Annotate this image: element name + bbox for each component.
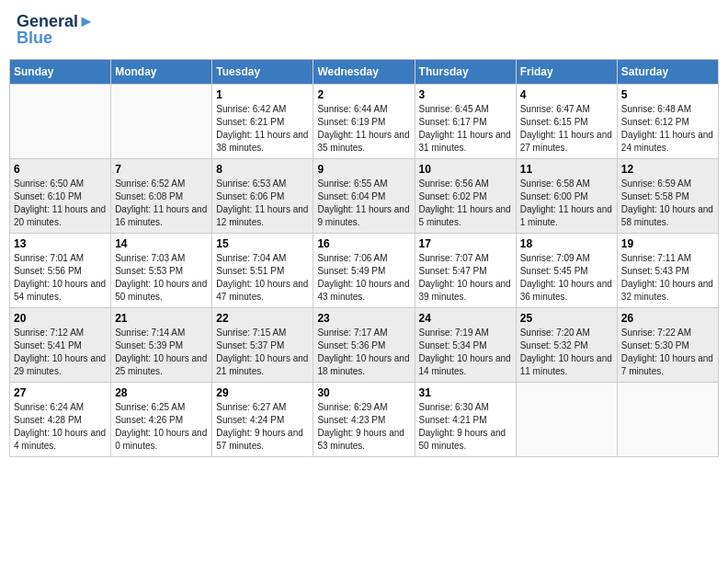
day-number: 18 bbox=[520, 237, 613, 250]
day-info: Sunrise: 7:15 AMSunset: 5:37 PMDaylight:… bbox=[216, 327, 309, 378]
day-number: 28 bbox=[115, 386, 208, 399]
day-info: Sunrise: 6:42 AMSunset: 6:21 PMDaylight:… bbox=[216, 103, 309, 155]
day-info: Sunrise: 6:58 AMSunset: 6:00 PMDaylight:… bbox=[520, 178, 613, 229]
day-info: Sunrise: 7:22 AMSunset: 5:30 PMDaylight:… bbox=[621, 327, 714, 378]
page-header: General► Blue bbox=[9, 9, 719, 52]
calendar-cell bbox=[516, 382, 617, 456]
day-info: Sunrise: 7:20 AMSunset: 5:32 PMDaylight:… bbox=[520, 327, 613, 378]
calendar-cell: 21Sunrise: 7:14 AMSunset: 5:39 PMDayligh… bbox=[111, 307, 212, 382]
calendar-cell: 5Sunrise: 6:48 AMSunset: 6:12 PMDaylight… bbox=[617, 84, 718, 158]
weekday-header-monday: Monday bbox=[111, 59, 212, 84]
day-info: Sunrise: 6:52 AMSunset: 6:08 PMDaylight:… bbox=[115, 178, 208, 229]
weekday-header-saturday: Saturday bbox=[617, 59, 718, 84]
calendar-cell: 4Sunrise: 6:47 AMSunset: 6:15 PMDaylight… bbox=[516, 84, 617, 158]
calendar-cell: 20Sunrise: 7:12 AMSunset: 5:41 PMDayligh… bbox=[10, 307, 111, 382]
day-number: 27 bbox=[14, 386, 107, 399]
weekday-header-tuesday: Tuesday bbox=[212, 59, 313, 84]
calendar-cell bbox=[617, 382, 718, 456]
day-info: Sunrise: 7:06 AMSunset: 5:49 PMDaylight:… bbox=[317, 252, 410, 304]
day-number: 22 bbox=[216, 312, 309, 325]
calendar-cell bbox=[111, 84, 212, 158]
day-info: Sunrise: 6:59 AMSunset: 5:58 PMDaylight:… bbox=[621, 178, 714, 229]
day-info: Sunrise: 6:56 AMSunset: 6:02 PMDaylight:… bbox=[419, 178, 512, 229]
calendar-cell: 27Sunrise: 6:24 AMSunset: 4:28 PMDayligh… bbox=[10, 382, 111, 456]
day-info: Sunrise: 6:45 AMSunset: 6:17 PMDaylight:… bbox=[419, 103, 512, 155]
calendar-cell: 28Sunrise: 6:25 AMSunset: 4:26 PMDayligh… bbox=[111, 382, 212, 456]
day-number: 25 bbox=[520, 312, 613, 325]
calendar-cell: 16Sunrise: 7:06 AMSunset: 5:49 PMDayligh… bbox=[313, 233, 415, 307]
day-info: Sunrise: 6:29 AMSunset: 4:23 PMDaylight:… bbox=[317, 401, 410, 453]
calendar-cell: 19Sunrise: 7:11 AMSunset: 5:43 PMDayligh… bbox=[617, 233, 718, 307]
day-info: Sunrise: 6:55 AMSunset: 6:04 PMDaylight:… bbox=[317, 178, 410, 229]
day-info: Sunrise: 6:24 AMSunset: 4:28 PMDaylight:… bbox=[14, 401, 107, 453]
day-number: 31 bbox=[419, 386, 512, 399]
calendar-cell: 3Sunrise: 6:45 AMSunset: 6:17 PMDaylight… bbox=[415, 84, 516, 158]
day-number: 29 bbox=[216, 386, 309, 399]
calendar-cell: 29Sunrise: 6:27 AMSunset: 4:24 PMDayligh… bbox=[212, 382, 313, 456]
weekday-header-wednesday: Wednesday bbox=[313, 59, 415, 84]
day-number: 6 bbox=[14, 163, 107, 176]
day-number: 17 bbox=[419, 237, 512, 250]
day-info: Sunrise: 7:07 AMSunset: 5:47 PMDaylight:… bbox=[419, 252, 512, 304]
calendar-cell: 26Sunrise: 7:22 AMSunset: 5:30 PMDayligh… bbox=[617, 307, 718, 382]
calendar-cell: 6Sunrise: 6:50 AMSunset: 6:10 PMDaylight… bbox=[10, 158, 111, 233]
calendar-cell: 18Sunrise: 7:09 AMSunset: 5:45 PMDayligh… bbox=[516, 233, 617, 307]
day-number: 24 bbox=[419, 312, 512, 325]
calendar-cell: 1Sunrise: 6:42 AMSunset: 6:21 PMDaylight… bbox=[212, 84, 313, 158]
day-number: 14 bbox=[115, 237, 208, 250]
day-number: 1 bbox=[216, 88, 309, 101]
calendar-cell: 22Sunrise: 7:15 AMSunset: 5:37 PMDayligh… bbox=[212, 307, 313, 382]
day-info: Sunrise: 6:53 AMSunset: 6:06 PMDaylight:… bbox=[216, 178, 309, 229]
day-info: Sunrise: 6:47 AMSunset: 6:15 PMDaylight:… bbox=[520, 103, 613, 155]
calendar-cell: 8Sunrise: 6:53 AMSunset: 6:06 PMDaylight… bbox=[212, 158, 313, 233]
day-number: 23 bbox=[317, 312, 410, 325]
day-info: Sunrise: 7:04 AMSunset: 5:51 PMDaylight:… bbox=[216, 252, 309, 304]
day-number: 20 bbox=[14, 312, 107, 325]
calendar-cell: 9Sunrise: 6:55 AMSunset: 6:04 PMDaylight… bbox=[313, 158, 415, 233]
weekday-header-thursday: Thursday bbox=[415, 59, 516, 84]
day-info: Sunrise: 7:01 AMSunset: 5:56 PMDaylight:… bbox=[14, 252, 107, 304]
day-info: Sunrise: 6:48 AMSunset: 6:12 PMDaylight:… bbox=[621, 103, 714, 155]
day-number: 13 bbox=[14, 237, 107, 250]
calendar-cell: 7Sunrise: 6:52 AMSunset: 6:08 PMDaylight… bbox=[111, 158, 212, 233]
day-info: Sunrise: 7:11 AMSunset: 5:43 PMDaylight:… bbox=[621, 252, 714, 304]
calendar-cell: 10Sunrise: 6:56 AMSunset: 6:02 PMDayligh… bbox=[415, 158, 516, 233]
day-info: Sunrise: 6:30 AMSunset: 4:21 PMDaylight:… bbox=[419, 401, 512, 453]
day-number: 9 bbox=[317, 163, 410, 176]
day-number: 10 bbox=[419, 163, 512, 176]
day-number: 15 bbox=[216, 237, 309, 250]
day-number: 7 bbox=[115, 163, 208, 176]
calendar-cell: 24Sunrise: 7:19 AMSunset: 5:34 PMDayligh… bbox=[415, 307, 516, 382]
weekday-header-friday: Friday bbox=[516, 59, 617, 84]
calendar-cell: 13Sunrise: 7:01 AMSunset: 5:56 PMDayligh… bbox=[10, 233, 111, 307]
calendar-cell: 2Sunrise: 6:44 AMSunset: 6:19 PMDaylight… bbox=[313, 84, 415, 158]
calendar-cell: 14Sunrise: 7:03 AMSunset: 5:53 PMDayligh… bbox=[111, 233, 212, 307]
day-number: 26 bbox=[621, 312, 714, 325]
calendar-cell: 25Sunrise: 7:20 AMSunset: 5:32 PMDayligh… bbox=[516, 307, 617, 382]
day-number: 30 bbox=[317, 386, 410, 399]
day-info: Sunrise: 7:17 AMSunset: 5:36 PMDaylight:… bbox=[317, 327, 410, 378]
calendar-cell: 23Sunrise: 7:17 AMSunset: 5:36 PMDayligh… bbox=[313, 307, 415, 382]
calendar-cell: 17Sunrise: 7:07 AMSunset: 5:47 PMDayligh… bbox=[415, 233, 516, 307]
calendar-cell: 30Sunrise: 6:29 AMSunset: 4:23 PMDayligh… bbox=[313, 382, 415, 456]
day-info: Sunrise: 7:12 AMSunset: 5:41 PMDaylight:… bbox=[14, 327, 107, 378]
day-info: Sunrise: 6:27 AMSunset: 4:24 PMDaylight:… bbox=[216, 401, 309, 453]
day-info: Sunrise: 7:14 AMSunset: 5:39 PMDaylight:… bbox=[115, 327, 208, 378]
calendar-cell bbox=[10, 84, 111, 158]
day-number: 11 bbox=[520, 163, 613, 176]
calendar-cell: 31Sunrise: 6:30 AMSunset: 4:21 PMDayligh… bbox=[415, 382, 516, 456]
calendar-table: SundayMondayTuesdayWednesdayThursdayFrid… bbox=[9, 59, 719, 457]
logo-line2: Blue bbox=[17, 29, 95, 48]
weekday-header-sunday: Sunday bbox=[10, 59, 111, 84]
day-number: 21 bbox=[115, 312, 208, 325]
calendar-cell: 12Sunrise: 6:59 AMSunset: 5:58 PMDayligh… bbox=[617, 158, 718, 233]
day-info: Sunrise: 7:19 AMSunset: 5:34 PMDaylight:… bbox=[419, 327, 512, 378]
day-number: 5 bbox=[621, 88, 714, 101]
logo: General► Blue bbox=[17, 13, 95, 48]
calendar-cell: 11Sunrise: 6:58 AMSunset: 6:00 PMDayligh… bbox=[516, 158, 617, 233]
day-number: 2 bbox=[317, 88, 410, 101]
day-number: 4 bbox=[520, 88, 613, 101]
day-number: 12 bbox=[621, 163, 714, 176]
day-info: Sunrise: 7:09 AMSunset: 5:45 PMDaylight:… bbox=[520, 252, 613, 304]
calendar-cell: 15Sunrise: 7:04 AMSunset: 5:51 PMDayligh… bbox=[212, 233, 313, 307]
